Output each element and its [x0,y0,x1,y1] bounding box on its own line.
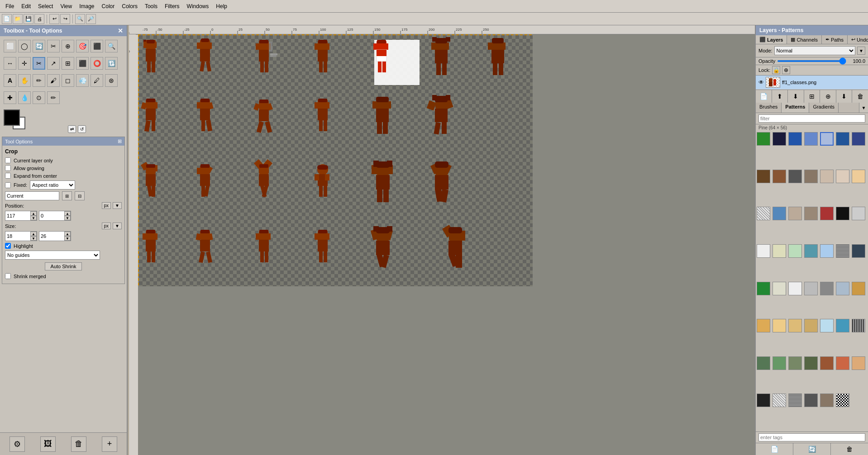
pattern-36[interactable] [757,319,770,332]
toolbox-new-btn[interactable]: + [102,436,117,452]
position-y-down[interactable]: ▼ [64,216,71,220]
new-file-btn[interactable]: 📄 [2,14,12,24]
tool-align[interactable]: ✛ [18,57,31,70]
menu-edit[interactable]: Edit [18,2,34,11]
tags-input[interactable] [758,433,865,441]
fixed-select[interactable]: Aspect ratio [30,180,75,190]
zoom-in-btn[interactable]: 🔍 [75,14,85,24]
position-px-dropdown[interactable]: ▼ [113,202,122,209]
pattern-37[interactable] [773,319,786,332]
lock-position-btn[interactable]: ⊕ [782,66,790,74]
tool-scissors[interactable]: ✂ [47,40,60,52]
pattern-delete-btn[interactable]: 🗑 [831,443,868,455]
tab-channels[interactable]: ▦ Channels [787,35,821,44]
pattern-52[interactable] [788,393,802,407]
toolbox-config-btn[interactable]: ⚙ [10,436,25,452]
pattern-35[interactable] [852,282,865,295]
patterns-filter-input[interactable] [758,114,865,123]
pattern-20[interactable] [836,207,849,220]
menu-color[interactable]: Color [98,2,119,11]
pattern-26[interactable] [820,244,834,258]
pattern-22[interactable] [757,244,770,258]
reset-colors-btn[interactable]: ↺ [78,125,86,133]
print-btn[interactable]: 🖨 [34,14,44,24]
toolbox-delete-btn[interactable]: 🗑 [71,436,86,452]
position-y-input[interactable] [39,211,64,220]
tool-ink[interactable]: 🖊 [91,74,103,87]
tool-paint[interactable]: 🖌 [47,74,60,87]
tab-brushes[interactable]: Brushes [756,103,782,113]
tool-fuzzy-select[interactable]: ⊕ [62,40,74,52]
tool-blur[interactable]: 💧 [18,91,31,104]
tab-paths[interactable]: ✒ Paths [822,35,848,44]
duplicate-layer-btn[interactable]: ⊞ [804,90,820,103]
tool-ellipse-select[interactable]: ◯ [18,40,31,52]
mode-select[interactable]: Normal [774,46,855,55]
pattern-3[interactable] [788,132,802,146]
pattern-23[interactable] [773,244,786,258]
pattern-6[interactable] [836,132,849,146]
pattern-50[interactable] [757,393,770,407]
menu-select[interactable]: Select [34,2,57,11]
tool-eraser[interactable]: ◻ [62,74,74,87]
layer-visibility-toggle[interactable]: 👁 [758,79,764,85]
pattern-13[interactable] [836,170,849,183]
pattern-53[interactable] [804,393,818,407]
main-canvas[interactable] [138,34,749,449]
tab-gradients[interactable]: Gradients [809,103,839,113]
tool-dodge[interactable]: ⊙ [33,91,45,104]
size-px-badge[interactable]: px [102,223,111,229]
current-value-btn1[interactable]: ⊞ [62,191,72,200]
size-w-up[interactable]: ▲ [30,232,37,236]
tool-by-color[interactable]: 🎯 [76,40,89,52]
pattern-9[interactable] [773,170,786,183]
pattern-39[interactable] [804,319,818,332]
size-w-down[interactable]: ▼ [30,236,37,241]
pattern-43[interactable] [757,356,770,370]
mode-menu-btn[interactable]: ▼ [857,47,865,55]
tool-shear[interactable]: ⬛ [76,57,89,70]
position-x-down[interactable]: ▼ [30,216,37,220]
size-w-input[interactable] [5,232,30,241]
pattern-refresh-btn[interactable]: 🔄 [793,443,831,455]
pattern-12[interactable] [820,170,834,183]
undo-btn[interactable]: ↩ [49,14,59,24]
current-value-btn2[interactable]: ⊟ [75,191,85,200]
pattern-30[interactable] [773,282,786,295]
position-px-badge[interactable]: px [102,202,111,209]
position-y-up[interactable]: ▲ [64,211,71,216]
pattern-1[interactable] [757,132,770,146]
tab-undo[interactable]: ↩ Undo [848,35,868,44]
position-x-input[interactable] [5,211,30,220]
pattern-46[interactable] [804,356,818,370]
tool-crop[interactable]: ✂ [33,57,45,70]
tool-zoom[interactable]: 🔍 [105,40,118,52]
pattern-47[interactable] [820,356,834,370]
zoom-out-btn[interactable]: 🔎 [86,14,96,24]
size-px-dropdown[interactable]: ▼ [113,223,122,229]
tool-paths[interactable]: ✋ [18,74,31,87]
lower-layer-btn[interactable]: ⬇ [788,90,804,103]
pattern-27[interactable] [836,244,849,258]
tool-move[interactable]: ↔ [4,57,16,70]
tab-patterns[interactable]: Patterns [782,103,809,113]
merge-down-btn[interactable]: ⬇ [836,90,853,103]
tool-airbrush[interactable]: 💨 [76,74,89,87]
patterns-menu-btn[interactable]: ▼ [859,103,868,113]
expand-center-check[interactable] [5,173,11,179]
size-h-down[interactable]: ▼ [64,236,71,241]
pattern-new-btn[interactable]: 📄 [756,443,793,455]
shrink-merged-check[interactable] [5,273,11,279]
pattern-14[interactable] [852,170,865,183]
pattern-38[interactable] [788,319,802,332]
fixed-check[interactable] [5,182,11,188]
tool-flip[interactable]: 🔃 [105,57,118,70]
pattern-19[interactable] [820,207,834,220]
new-layer-btn[interactable]: 📄 [756,90,772,103]
tool-smudge[interactable]: ✏ [47,91,60,104]
pattern-18[interactable] [804,207,818,220]
size-h-input[interactable] [39,232,64,241]
raise-layer-btn[interactable]: ⬆ [772,90,788,103]
pattern-34[interactable] [836,282,849,295]
open-btn[interactable]: 📁 [13,14,23,24]
